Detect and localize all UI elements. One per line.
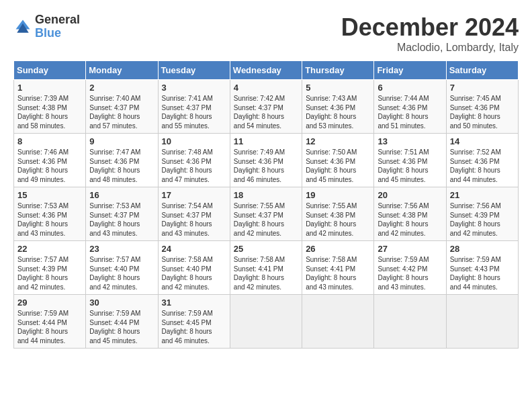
day-number: 3 [162, 83, 226, 93]
calendar-cell: 12Sunrise: 7:50 AM Sunset: 4:36 PM Dayli… [302, 134, 374, 187]
day-number: 21 [450, 190, 515, 200]
cell-text: Sunrise: 7:53 AM Sunset: 4:37 PM Dayligh… [89, 201, 154, 238]
header: General Blue December 2024 Maclodio, Lom… [13, 13, 519, 54]
calendar-week-row: 29Sunrise: 7:59 AM Sunset: 4:44 PM Dayli… [14, 295, 519, 349]
cell-text: Sunrise: 7:54 AM Sunset: 4:37 PM Dayligh… [162, 201, 226, 238]
calendar-cell: 9Sunrise: 7:47 AM Sunset: 4:36 PM Daylig… [86, 134, 158, 187]
calendar-cell: 28Sunrise: 7:59 AM Sunset: 4:43 PM Dayli… [446, 241, 518, 295]
calendar-cell: 4Sunrise: 7:42 AM Sunset: 4:37 PM Daylig… [230, 80, 302, 134]
cell-text: Sunrise: 7:50 AM Sunset: 4:36 PM Dayligh… [306, 148, 370, 184]
cell-text: Sunrise: 7:53 AM Sunset: 4:36 PM Dayligh… [17, 201, 82, 238]
location-title: Maclodio, Lombardy, Italy [341, 42, 519, 54]
header-sunday: Sunday [14, 61, 86, 80]
day-number: 11 [234, 136, 298, 146]
calendar-cell: 1Sunrise: 7:39 AM Sunset: 4:38 PM Daylig… [14, 80, 86, 134]
calendar-cell: 3Sunrise: 7:41 AM Sunset: 4:37 PM Daylig… [158, 80, 230, 134]
calendar-cell: 27Sunrise: 7:59 AM Sunset: 4:42 PM Dayli… [374, 241, 446, 295]
calendar-header-row: SundayMondayTuesdayWednesdayThursdayFrid… [14, 61, 519, 80]
day-number: 24 [162, 244, 226, 254]
day-number: 10 [162, 136, 226, 146]
day-number: 7 [450, 83, 515, 93]
cell-text: Sunrise: 7:48 AM Sunset: 4:36 PM Dayligh… [162, 148, 226, 184]
day-number: 26 [306, 244, 370, 254]
cell-text: Sunrise: 7:57 AM Sunset: 4:40 PM Dayligh… [89, 255, 154, 291]
cell-text: Sunrise: 7:41 AM Sunset: 4:37 PM Dayligh… [162, 94, 226, 130]
calendar-cell: 6Sunrise: 7:44 AM Sunset: 4:36 PM Daylig… [374, 80, 446, 134]
day-number: 22 [17, 244, 82, 254]
day-number: 17 [162, 190, 226, 200]
calendar-cell: 30Sunrise: 7:59 AM Sunset: 4:44 PM Dayli… [86, 295, 158, 349]
calendar-cell: 13Sunrise: 7:51 AM Sunset: 4:36 PM Dayli… [374, 134, 446, 187]
calendar-cell: 2Sunrise: 7:40 AM Sunset: 4:37 PM Daylig… [86, 80, 158, 134]
cell-text: Sunrise: 7:56 AM Sunset: 4:38 PM Dayligh… [378, 201, 442, 238]
calendar-cell: 11Sunrise: 7:49 AM Sunset: 4:36 PM Dayli… [230, 134, 302, 187]
calendar-table: SundayMondayTuesdayWednesdayThursdayFrid… [13, 60, 519, 349]
day-number: 18 [234, 190, 298, 200]
header-wednesday: Wednesday [230, 61, 302, 80]
header-thursday: Thursday [302, 61, 374, 80]
cell-text: Sunrise: 7:46 AM Sunset: 4:36 PM Dayligh… [17, 148, 82, 184]
calendar-cell: 21Sunrise: 7:56 AM Sunset: 4:39 PM Dayli… [446, 187, 518, 241]
calendar-cell: 19Sunrise: 7:55 AM Sunset: 4:38 PM Dayli… [302, 187, 374, 241]
calendar-cell: 14Sunrise: 7:52 AM Sunset: 4:36 PM Dayli… [446, 134, 518, 187]
title-area: December 2024 Maclodio, Lombardy, Italy [341, 13, 519, 54]
day-number: 6 [378, 83, 442, 93]
cell-text: Sunrise: 7:55 AM Sunset: 4:38 PM Dayligh… [306, 201, 370, 238]
day-number: 19 [306, 190, 370, 200]
cell-text: Sunrise: 7:39 AM Sunset: 4:38 PM Dayligh… [17, 94, 82, 130]
cell-text: Sunrise: 7:55 AM Sunset: 4:37 PM Dayligh… [234, 201, 298, 238]
calendar-cell [230, 295, 302, 349]
calendar-cell: 24Sunrise: 7:58 AM Sunset: 4:40 PM Dayli… [158, 241, 230, 295]
day-number: 28 [450, 244, 515, 254]
cell-text: Sunrise: 7:59 AM Sunset: 4:43 PM Dayligh… [450, 255, 515, 291]
calendar-week-row: 1Sunrise: 7:39 AM Sunset: 4:38 PM Daylig… [14, 80, 519, 134]
header-saturday: Saturday [446, 61, 518, 80]
cell-text: Sunrise: 7:56 AM Sunset: 4:39 PM Dayligh… [450, 201, 515, 238]
calendar-week-row: 15Sunrise: 7:53 AM Sunset: 4:36 PM Dayli… [14, 187, 519, 241]
day-number: 29 [17, 298, 82, 308]
calendar-cell: 29Sunrise: 7:59 AM Sunset: 4:44 PM Dayli… [14, 295, 86, 349]
day-number: 12 [306, 136, 370, 146]
cell-text: Sunrise: 7:58 AM Sunset: 4:40 PM Dayligh… [162, 255, 226, 291]
day-number: 15 [17, 190, 82, 200]
cell-text: Sunrise: 7:59 AM Sunset: 4:42 PM Dayligh… [378, 255, 442, 291]
logo: General Blue [13, 13, 80, 40]
day-number: 5 [306, 83, 370, 93]
calendar-cell: 25Sunrise: 7:58 AM Sunset: 4:41 PM Dayli… [230, 241, 302, 295]
calendar-cell: 18Sunrise: 7:55 AM Sunset: 4:37 PM Dayli… [230, 187, 302, 241]
calendar-cell: 16Sunrise: 7:53 AM Sunset: 4:37 PM Dayli… [86, 187, 158, 241]
calendar-cell: 17Sunrise: 7:54 AM Sunset: 4:37 PM Dayli… [158, 187, 230, 241]
calendar-cell: 20Sunrise: 7:56 AM Sunset: 4:38 PM Dayli… [374, 187, 446, 241]
calendar-cell: 23Sunrise: 7:57 AM Sunset: 4:40 PM Dayli… [86, 241, 158, 295]
cell-text: Sunrise: 7:58 AM Sunset: 4:41 PM Dayligh… [306, 255, 370, 291]
cell-text: Sunrise: 7:45 AM Sunset: 4:36 PM Dayligh… [450, 94, 515, 130]
day-number: 30 [89, 298, 154, 308]
day-number: 4 [234, 83, 298, 93]
day-number: 2 [89, 83, 154, 93]
day-number: 31 [162, 298, 226, 308]
calendar-cell: 26Sunrise: 7:58 AM Sunset: 4:41 PM Dayli… [302, 241, 374, 295]
cell-text: Sunrise: 7:58 AM Sunset: 4:41 PM Dayligh… [234, 255, 298, 291]
header-friday: Friday [374, 61, 446, 80]
month-title: December 2024 [341, 13, 519, 42]
cell-text: Sunrise: 7:59 AM Sunset: 4:45 PM Dayligh… [162, 309, 226, 345]
cell-text: Sunrise: 7:42 AM Sunset: 4:37 PM Dayligh… [234, 94, 298, 130]
day-number: 9 [89, 136, 154, 146]
header-tuesday: Tuesday [158, 61, 230, 80]
calendar-cell: 5Sunrise: 7:43 AM Sunset: 4:36 PM Daylig… [302, 80, 374, 134]
cell-text: Sunrise: 7:59 AM Sunset: 4:44 PM Dayligh… [89, 309, 154, 345]
calendar-cell [302, 295, 374, 349]
cell-text: Sunrise: 7:43 AM Sunset: 4:36 PM Dayligh… [306, 94, 370, 130]
day-number: 8 [17, 136, 82, 146]
day-number: 27 [378, 244, 442, 254]
cell-text: Sunrise: 7:44 AM Sunset: 4:36 PM Dayligh… [378, 94, 442, 130]
day-number: 16 [89, 190, 154, 200]
day-number: 25 [234, 244, 298, 254]
cell-text: Sunrise: 7:57 AM Sunset: 4:39 PM Dayligh… [17, 255, 82, 291]
cell-text: Sunrise: 7:47 AM Sunset: 4:36 PM Dayligh… [89, 148, 154, 184]
calendar-week-row: 8Sunrise: 7:46 AM Sunset: 4:36 PM Daylig… [14, 134, 519, 187]
logo-icon [13, 17, 32, 36]
calendar-week-row: 22Sunrise: 7:57 AM Sunset: 4:39 PM Dayli… [14, 241, 519, 295]
cell-text: Sunrise: 7:40 AM Sunset: 4:37 PM Dayligh… [89, 94, 154, 130]
calendar-cell: 8Sunrise: 7:46 AM Sunset: 4:36 PM Daylig… [14, 134, 86, 187]
